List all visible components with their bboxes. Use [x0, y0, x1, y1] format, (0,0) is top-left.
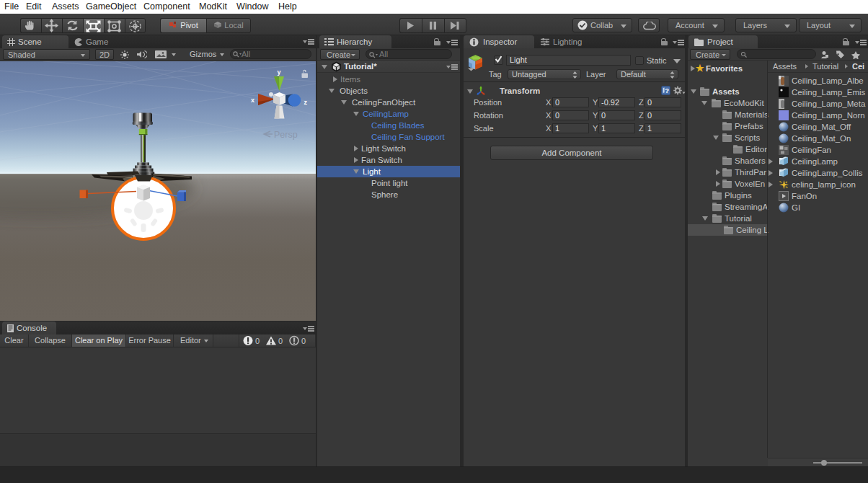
- svg-text:Persp: Persp: [274, 130, 298, 140]
- svg-text:z: z: [304, 99, 308, 106]
- svg-text:0: 0: [301, 337, 306, 345]
- svg-text:x: x: [251, 97, 254, 104]
- svg-text:y: y: [278, 68, 281, 76]
- svg-text:0: 0: [278, 337, 283, 345]
- svg-text:?: ?: [665, 87, 669, 94]
- svg-text:0: 0: [255, 337, 260, 345]
